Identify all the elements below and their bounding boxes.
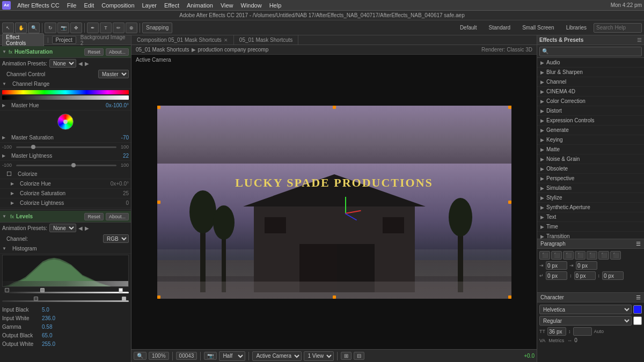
views-select[interactable]: 1 View [304,351,334,361]
help-search-input[interactable] [596,25,639,31]
text-color-swatch[interactable] [633,305,642,314]
spacing-input-2[interactable] [602,271,624,280]
paragraph-menu[interactable]: ☰ [636,241,641,247]
effect-cat-distort[interactable]: ▶ Distort [537,106,644,116]
menu-window[interactable]: Window [238,2,265,9]
input-white-value[interactable]: 236.0 [42,315,55,321]
font-style-select[interactable]: Regular [539,316,632,326]
effect-cat-simulation[interactable]: ▶ Simulation [537,183,644,193]
indent-input-3[interactable] [546,271,567,280]
menu-animation[interactable]: Animation [184,2,216,9]
align-left-btn[interactable]: ⬛ [539,251,550,260]
effects-search-input[interactable] [539,47,642,56]
levels-channel-select[interactable]: RGB [103,234,129,243]
levels-about-btn[interactable]: About... [106,213,129,220]
align-right-btn[interactable]: ⬛ [563,251,574,260]
master-lightness-value[interactable]: 22 [97,153,129,159]
rotate-tool[interactable]: ↻ [45,23,56,33]
align-justify-last-left-btn[interactable]: ⬛ [587,251,597,260]
master-light-expand[interactable]: ▶ [2,153,5,158]
comp-tab-project[interactable]: 05_01 Mask Shortcuts [234,35,299,45]
indent-input-1[interactable] [546,261,567,270]
spacing-input-1[interactable] [574,271,596,280]
hs-reset-btn[interactable]: Reset [84,48,104,56]
comp-tab-close-1[interactable]: ✕ [224,38,228,43]
levels-reset-btn[interactable]: Reset [84,213,104,220]
hand-tool[interactable]: ✋ [15,23,27,33]
zoom-tool[interactable]: 🔍 [28,23,40,33]
align-center-btn[interactable]: ⬛ [551,251,562,260]
levels-out-white-thumb[interactable] [122,297,126,301]
effect-cat-channel[interactable]: ▶ Channel [537,77,644,87]
font-size-input[interactable] [547,327,566,336]
sat-thumb[interactable] [31,145,35,149]
menu-edit[interactable]: Edit [80,2,97,9]
camera-tool[interactable]: 📷 [57,23,69,33]
effect-cat-audio[interactable]: ▶ Audio [537,58,644,68]
effect-cat-obsolete[interactable]: ▶ Obsolete [537,164,644,174]
levels-out-black-thumb[interactable] [34,297,38,301]
colorize-hue-value[interactable]: 0x+0.0° [97,181,129,187]
levels-hist-expand[interactable]: ▼ [2,246,6,251]
grid-btn[interactable]: ⊞ [341,352,352,360]
menu-help[interactable]: Help [266,2,285,9]
light-thumb[interactable] [71,163,76,167]
ch-expand[interactable]: ▶ [11,181,14,186]
hs-next-preset[interactable]: ▶ [85,61,89,67]
menu-effect[interactable]: Effect [161,2,182,9]
levels-expand[interactable]: ▼ [2,214,6,219]
effect-cat-expression[interactable]: ▶ Expression Controls [537,116,644,125]
hs-channel-range-expand[interactable]: ▼ [2,82,6,86]
text-stroke-swatch[interactable] [633,316,642,325]
breadcrumb-precomp[interactable]: production company precomp [198,47,269,53]
effect-cat-blur[interactable]: ▶ Blur & Sharpen [537,68,644,77]
levels-next-preset[interactable]: ▶ [85,225,89,231]
menu-composition[interactable]: Composition [98,2,137,9]
breadcrumb-comp[interactable]: 05_01 Mask Shortcuts [136,47,189,53]
levels-presets-select[interactable]: None [49,224,76,232]
cl-expand[interactable]: ▶ [11,201,14,205]
help-search-box[interactable] [594,23,642,33]
text-tool[interactable]: T [100,23,112,33]
levels-gamma-thumb[interactable] [40,288,45,292]
effect-cat-time[interactable]: ▶ Time [537,222,644,232]
resolution-select[interactable]: HalfFullThird [219,351,245,361]
tracking-value[interactable]: 0 [574,337,577,343]
input-black-value[interactable]: 5.0 [42,307,49,313]
levels-input-slider[interactable] [2,289,129,295]
lightness-slider[interactable] [14,162,119,168]
menu-aftereffects[interactable]: After Effects CC [14,2,63,9]
comp-tab-composition[interactable]: Composition 05_01 Mask Shortcuts ✕ [131,35,234,45]
align-justify-last-center-btn[interactable]: ⬛ [598,251,609,260]
effect-cat-keying[interactable]: ▶ Keying [537,135,644,145]
hs-presets-select[interactable]: None [49,59,76,68]
pan-tool[interactable]: ✥ [70,23,82,33]
brush-tool[interactable]: ✏ [113,23,125,33]
pen-tool[interactable]: ✒ [87,23,99,33]
camera-select[interactable]: Active Camera [252,351,302,361]
effect-cat-transition[interactable]: ▶ Transition [537,232,644,239]
effects-panel-menu[interactable]: ☰ [637,37,642,43]
clone-tool[interactable]: ⊕ [126,23,137,33]
effect-cat-perspective[interactable]: ▶ Perspective [537,174,644,183]
output-white-value[interactable]: 255.0 [42,341,55,347]
tab-project[interactable]: Project [52,36,76,44]
effect-cat-generate[interactable]: ▶ Generate [537,125,644,135]
colorize-saturation-value[interactable]: 25 [97,190,129,196]
menu-layer[interactable]: Layer [139,2,160,9]
colorize-lightness-value[interactable]: 0 [97,200,129,206]
viewer-canvas[interactable]: LUCKY SPADE PRODUCTIONS [157,106,511,299]
indent-input-2[interactable] [576,261,597,270]
menu-view[interactable]: View [217,2,237,9]
select-tool[interactable]: ↖ [2,23,14,33]
leading-input[interactable] [573,327,592,336]
levels-black-thumb[interactable] [5,288,9,292]
effect-cat-cinema4d[interactable]: ▶ CINEMA 4D [537,87,644,97]
hs-about-btn[interactable]: About... [106,48,129,56]
effect-cat-text[interactable]: ▶ Text [537,212,644,222]
gamma-value[interactable]: 0.58 [42,324,52,330]
hs-expand-icon[interactable]: ▼ [2,49,6,54]
levels-output-slider[interactable] [2,298,129,304]
effect-cat-color[interactable]: ▶ Color Correction [537,97,644,106]
magnifier-icon[interactable]: 🔍 [134,352,147,360]
